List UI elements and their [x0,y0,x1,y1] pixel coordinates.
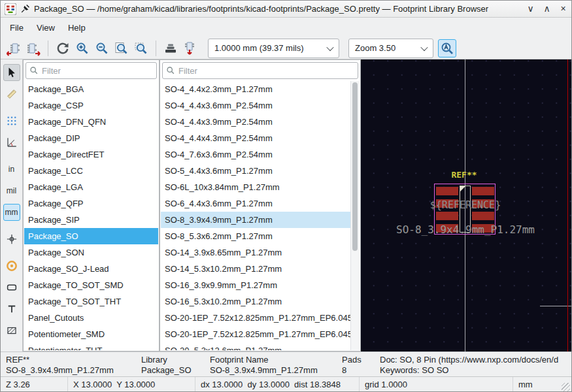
library-item[interactable]: Package_DirectFET [24,146,158,163]
footprint-item[interactable]: SO-20-1EP_7.52x12.825mm_P1.27mm_EP6.045 [161,310,351,326]
library-item[interactable]: Package_TO_SOT_SMD [24,277,158,293]
footprint-item[interactable]: SO-8_3.9x4.9mm_P1.27mm [161,212,351,228]
footprint-item[interactable]: SO-20_5.3x12.6mm_P1.27mm [161,342,351,350]
library-item[interactable]: Package_SO [24,228,158,244]
units-mil-button[interactable]: mil [3,182,20,199]
footprint-filter-input[interactable] [162,62,358,79]
library-filter-box [25,62,157,79]
footprint-item[interactable]: SO-14_5.3x10.2mm_P1.27mm [161,261,351,277]
units-mm-button[interactable]: mm [3,204,20,221]
footprint-item[interactable]: SO-6L_10x3.84mm_P1.27mm [161,179,351,195]
canvas-viewport[interactable]: REF** ${REFERENCE} SO-8_3.9x4.9mm_P1.27m… [361,59,572,351]
search-icon [166,66,175,75]
show-3d-viewer-icon [163,41,178,56]
pad [472,212,494,220]
info-keywords: Keywords: SO SO [380,365,448,375]
resize-grip[interactable] [562,383,570,391]
show-3d-viewer-button[interactable] [161,39,180,57]
toolbar-separator [48,41,48,56]
library-item[interactable]: Package_SO_J-Lead [24,261,158,277]
library-item[interactable]: Package_CSP [24,97,158,114]
library-item[interactable]: Package_SON [24,244,158,261]
footprint-item[interactable]: SO-4_4.4x3.9mm_P2.54mm [161,114,351,130]
footprint-item[interactable]: SO-4_7.6x3.6mm_P2.54mm [161,146,351,163]
zoom-out-button[interactable] [93,39,111,57]
menu-file[interactable]: File [3,20,30,36]
footprint-item[interactable]: SO-4_4.4x4.3mm_P2.54mm [161,130,351,146]
pads-sketch-toggle-button[interactable] [3,279,20,296]
footprint-item[interactable]: SO-4_4.4x3.6mm_P2.54mm [161,97,351,114]
units-in-label: in [8,165,14,174]
library-item[interactable]: Package_LCC [24,163,158,179]
crosshair-toggle-button[interactable] [3,231,20,248]
footprint-item[interactable]: SO-5_4.4x3.6mm_P1.27mm [161,163,351,179]
info-pads-header: Pads [342,355,362,365]
refresh-button[interactable] [54,39,72,57]
zoom-selection-icon [133,41,149,56]
footprint-item[interactable]: SO-6_4.4x3.6mm_P1.27mm [161,195,351,212]
footprint-item[interactable]: SO-4_4.4x2.3mm_P1.27mm [161,81,351,97]
scrollbar-thumb[interactable] [352,82,358,251]
zoom-in-icon [75,41,90,56]
grid-select-value: 1.0000 mm (39.37 mils) [214,43,304,53]
library-item[interactable]: Potentiometer_THT [24,342,158,350]
zoom-in-button[interactable] [73,39,92,57]
pin1-marker [460,186,465,191]
footprint-list-scrollbar[interactable] [350,81,360,350]
grid-select-dropdown[interactable]: 1.0000 mm (39.37 mils) [208,39,339,58]
footprint-list: SO-4_4.4x2.3mm_P1.27mmSO-4_4.4x3.6mm_P2.… [161,81,351,350]
footprint-item[interactable]: SO-14_3.9x8.65mm_P1.27mm [161,244,351,261]
pin-icon [20,4,30,14]
pad [436,187,458,195]
menu-view[interactable]: View [30,20,61,36]
polar-coords-toggle-button[interactable] [3,134,20,151]
select-tool-button[interactable] [3,64,20,81]
grid-toggle-button[interactable] [3,112,20,129]
graphics-sketch-toggle-button[interactable] [3,322,20,339]
window-controls: ∨ ∧ × [522,1,571,17]
info-name-value: SO-8_3.9x4.9mm_P1.27mm [210,365,318,375]
footprint-name-text: SO-8_3.9x4.9mm_P1.27mm [384,223,547,236]
auto-zoom-toggle[interactable] [438,39,456,57]
main-area: in mil mm [1,59,572,351]
status-grid: grid 1.0000 [359,377,513,392]
units-in-button[interactable]: in [3,161,20,178]
footprint-item[interactable]: SO-8_5.3x6.2mm_P1.27mm [161,228,351,244]
high-contrast-toggle-button[interactable] [3,257,20,274]
zoom-fit-button[interactable] [112,39,131,57]
library-item[interactable]: Package_BGA [24,81,158,97]
measure-tool-button[interactable] [3,86,20,103]
library-item[interactable]: Package_LGA [24,179,158,195]
left-toolbar: in mil mm [1,59,23,351]
library-item[interactable]: Panel_Cutouts [24,310,158,326]
footprint-item[interactable]: SO-16_5.3x10.2mm_P1.27mm [161,293,351,310]
menu-help[interactable]: Help [61,20,92,36]
top-toolbar: 1.0000 mm (39.37 mils) Zoom 3.50 [1,37,571,59]
next-footprint-button[interactable] [24,39,42,57]
previous-footprint-icon [6,41,22,56]
kicad-app-icon [5,3,16,15]
insert-footprint-into-board-button[interactable] [181,39,199,57]
text-sketch-toggle-button[interactable] [3,301,20,318]
footprint-item[interactable]: SO-16_3.9x9.9mm_P1.27mm [161,277,351,293]
library-item[interactable]: Package_QFP [24,195,158,212]
maximize-button[interactable]: ∧ [539,1,555,17]
close-button[interactable]: × [555,1,571,17]
library-item[interactable]: Potentiometer_SMD [24,326,158,342]
zoom-selection-button[interactable] [132,39,150,57]
select-tool-icon [6,67,18,78]
library-item[interactable]: Package_TO_SOT_THT [24,293,158,310]
library-item[interactable]: Package_DFN_QFN [24,114,158,130]
status-cursor-position: X 13.0000 Y 13.0000 [67,377,195,392]
library-item[interactable]: Package_DIP [24,130,158,146]
library-filter-input[interactable] [25,62,157,79]
zoom-select-dropdown[interactable]: Zoom 3.50 [348,39,433,58]
library-panel: Package_BGAPackage_CSPPackage_DFN_QFNPac… [23,59,160,351]
footprint-item[interactable]: SO-20-1EP_7.52x12.825mm_P1.27mm_EP6.045 [161,326,351,342]
info-library-header: Library [141,355,167,365]
minimize-button[interactable]: ∨ [522,1,539,17]
library-item[interactable]: Package_SIP [24,212,158,228]
info-pads-value: 8 [342,365,346,375]
menubar: File View Help [1,18,571,37]
previous-footprint-button[interactable] [5,39,23,57]
